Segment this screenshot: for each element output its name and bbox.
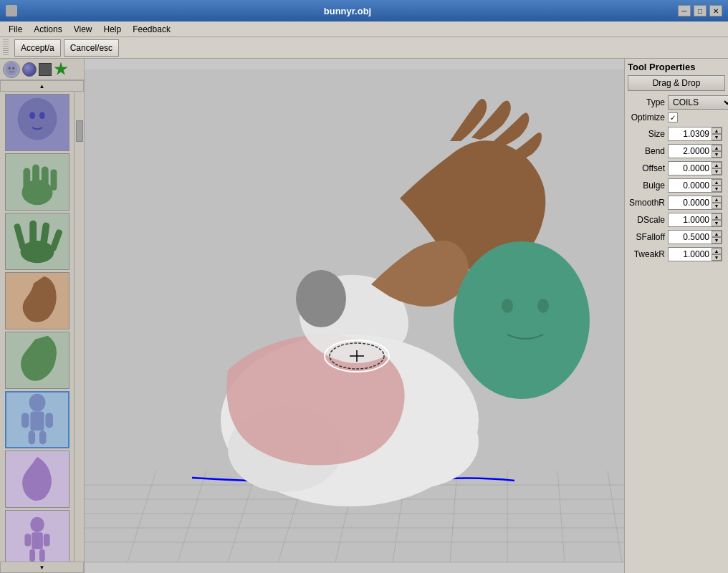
svg-rect-28 (29, 549, 35, 562)
svg-point-53 (537, 299, 549, 313)
toolbar: Accept/a Cancel/esc (0, 37, 728, 59)
menu-help[interactable]: Help (98, 23, 128, 36)
close-button[interactable]: ✕ (709, 5, 722, 16)
menu-view[interactable]: View (68, 23, 98, 36)
toolbar-grip (3, 39, 9, 57)
prop-row-smoothr: SmoothR ▲ ▼ (628, 196, 725, 210)
menu-file[interactable]: File (3, 23, 28, 36)
smoothr-spinner: ▲ ▼ (712, 196, 722, 209)
svg-point-51 (454, 241, 590, 399)
type-label: Type (628, 97, 665, 107)
face-icon[interactable] (3, 61, 20, 78)
smoothr-label: SmoothR (628, 198, 665, 208)
smoothr-input[interactable] (669, 197, 712, 208)
menu-actions[interactable]: Actions (28, 23, 67, 36)
tweakr-spin-up[interactable]: ▲ (712, 248, 722, 254)
list-item[interactable] (5, 213, 70, 270)
main-area: ▲ (0, 59, 728, 573)
svg-rect-10 (32, 165, 39, 191)
sphere-icon[interactable] (22, 62, 37, 77)
prop-row-sfalloff: SFalloff ▲ ▼ (628, 230, 725, 244)
svg-rect-22 (28, 430, 35, 444)
bulge-spin-down[interactable]: ▼ (712, 186, 722, 192)
tweakr-spin-down[interactable]: ▼ (712, 254, 722, 261)
scroll-up-button[interactable]: ▲ (0, 80, 84, 92)
svg-point-0 (6, 62, 18, 74)
type-select[interactable]: COILS STANDARD LAYER FLATTEN (668, 95, 728, 110)
bulge-spin-up[interactable]: ▲ (712, 179, 722, 186)
offset-input[interactable] (669, 163, 712, 174)
svg-rect-15 (29, 221, 37, 249)
bend-spin-down[interactable]: ▼ (712, 151, 722, 158)
svg-rect-29 (39, 549, 44, 562)
dscale-spin-down[interactable]: ▼ (712, 220, 722, 226)
left-panel: ▲ (0, 59, 85, 573)
menu-feedback[interactable]: Feedback (127, 23, 176, 36)
dscale-input[interactable] (669, 214, 712, 226)
svg-rect-14 (13, 223, 26, 250)
smoothr-spin-down[interactable]: ▼ (712, 203, 722, 209)
list-item[interactable] (5, 153, 70, 211)
bend-label: Bend (628, 146, 665, 156)
smoothr-field-container: ▲ ▼ (668, 196, 722, 210)
maximize-button[interactable]: □ (694, 5, 707, 16)
left-scrollbar[interactable] (74, 92, 84, 562)
offset-spin-down[interactable]: ▼ (712, 168, 722, 175)
scroll-down-button[interactable]: ▼ (0, 562, 84, 573)
minimize-button[interactable]: ─ (678, 5, 691, 16)
optimize-checkbox[interactable]: ✓ (668, 112, 678, 122)
scroll-thumb[interactable] (76, 120, 83, 142)
panel-title: Tool Properties (628, 62, 725, 72)
window-controls: ─ □ ✕ (678, 5, 722, 16)
sfalloff-field-container: ▲ ▼ (668, 230, 722, 244)
size-spin-up[interactable]: ▲ (712, 127, 722, 134)
prop-row-bend: Bend ▲ ▼ (628, 144, 725, 158)
dscale-spin-up[interactable]: ▲ (712, 213, 722, 220)
title-bar: bunnyr.obj ─ □ ✕ (0, 0, 728, 21)
size-field-container: ▲ ▼ (668, 127, 722, 141)
window-title: bunnyr.obj (17, 6, 678, 16)
list-item[interactable] (5, 451, 70, 508)
bend-input[interactable] (669, 145, 712, 157)
cancel-button[interactable]: Cancel/esc (64, 39, 119, 57)
thumb-list (0, 92, 74, 562)
svg-rect-26 (24, 534, 31, 546)
dscale-field-container: ▲ ▼ (668, 213, 722, 227)
list-item[interactable] (5, 94, 70, 151)
size-spinner: ▲ ▼ (712, 127, 722, 140)
list-item[interactable] (5, 391, 70, 448)
type-row: Type COILS STANDARD LAYER FLATTEN (628, 95, 725, 110)
svg-point-50 (296, 270, 346, 327)
svg-point-18 (29, 394, 45, 412)
optimize-label: Optimize (628, 112, 665, 122)
drag-drop-button[interactable]: Drag & Drop (628, 75, 725, 91)
bulge-field-container: ▲ ▼ (668, 178, 722, 193)
sfalloff-spin-up[interactable]: ▲ (712, 231, 722, 237)
svg-point-5 (39, 112, 44, 119)
app-icon (6, 5, 17, 16)
list-item[interactable] (5, 272, 70, 329)
list-item[interactable] (5, 332, 70, 389)
list-item[interactable] (5, 510, 70, 562)
tweakr-input[interactable] (669, 249, 712, 260)
bend-spin-up[interactable]: ▲ (712, 145, 722, 151)
svg-point-4 (29, 112, 35, 119)
offset-spin-up[interactable]: ▲ (712, 162, 722, 168)
box-icon[interactable] (39, 63, 52, 76)
sfalloff-spin-down[interactable]: ▼ (712, 237, 722, 244)
size-spin-down[interactable]: ▼ (712, 134, 722, 140)
right-panel: Tool Properties Drag & Drop Type COILS S… (624, 59, 728, 573)
smoothr-spin-up[interactable]: ▲ (712, 196, 722, 203)
bulge-input[interactable] (669, 180, 712, 191)
size-input[interactable] (669, 128, 712, 140)
star-icon[interactable] (54, 62, 68, 77)
bulge-label: Bulge (628, 180, 665, 191)
svg-point-2 (12, 67, 14, 69)
offset-field-container: ▲ ▼ (668, 161, 722, 175)
accept-button[interactable]: Accept/a (14, 39, 61, 57)
dscale-label: DScale (628, 215, 665, 225)
sfalloff-spinner: ▲ ▼ (712, 231, 722, 244)
viewport[interactable] (85, 59, 624, 573)
svg-point-3 (17, 98, 57, 140)
sfalloff-input[interactable] (669, 231, 712, 243)
